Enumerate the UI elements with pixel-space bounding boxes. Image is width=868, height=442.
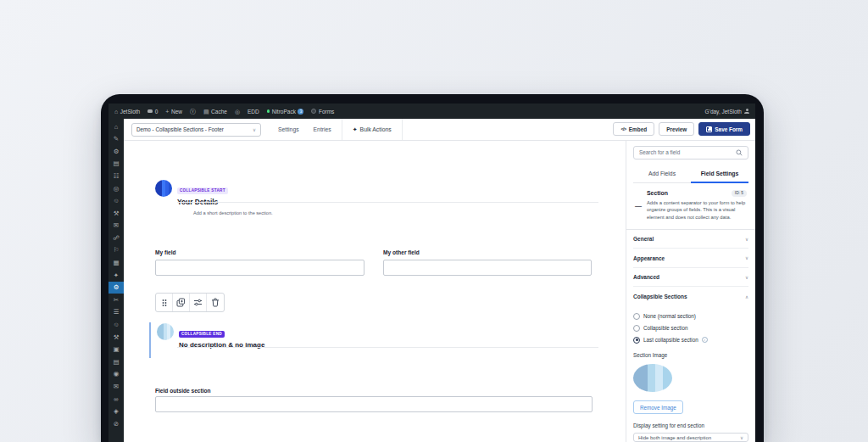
toolbar-divider xyxy=(402,119,403,140)
preview-label: Preview xyxy=(666,126,687,132)
sidebar-item[interactable]: ⊘ xyxy=(108,417,124,430)
bulk-actions-icon: ✦ xyxy=(353,126,358,133)
duplicate-icon[interactable] xyxy=(173,294,190,311)
admin-bar-item[interactable]: Forms xyxy=(311,109,334,115)
admin-bar-item[interactable]: Ⓨ xyxy=(190,109,196,115)
sidebar-item[interactable]: ✉ xyxy=(108,380,124,393)
field-my-field[interactable]: My field xyxy=(155,249,364,276)
admin-bar-item-label: Cache xyxy=(211,109,227,115)
field-label: Field outside section xyxy=(155,388,211,394)
sidebar-item[interactable]: ▦ xyxy=(108,257,124,270)
accordion-collapsible-sections[interactable]: Collapsible Sections ∧ xyxy=(633,287,748,306)
sidebar-item[interactable]: ◉ xyxy=(108,368,124,381)
save-form-button[interactable]: Save Form xyxy=(698,122,750,136)
sidebar-item[interactable]: ⌂ xyxy=(108,120,124,133)
search-input[interactable] xyxy=(639,149,732,155)
chevron-down-icon: ∨ xyxy=(253,127,256,132)
text-input[interactable] xyxy=(155,260,364,276)
chevron-down-icon: ∨ xyxy=(745,237,748,242)
admin-bar-item-label: EDD xyxy=(248,109,259,115)
bulk-actions-button[interactable]: ✦ Bulk Actions xyxy=(353,126,392,133)
greeting-text: G'day, JetSloth xyxy=(705,109,742,115)
section-image-label: Section Image xyxy=(633,352,748,358)
toolbar-divider xyxy=(342,119,342,140)
embed-button[interactable]: </> Embed xyxy=(613,122,654,136)
sidebar-item[interactable]: ☺ xyxy=(108,195,124,208)
radio-icon xyxy=(633,325,640,332)
text-input[interactable] xyxy=(383,260,592,276)
selected-field-accent xyxy=(149,322,151,358)
sidebar-item[interactable]: ⚙ xyxy=(108,145,124,158)
radio-collapsible-section[interactable]: Collapsible section xyxy=(633,325,748,332)
text-input[interactable] xyxy=(155,396,593,412)
sidebar-item[interactable]: ✦ xyxy=(108,269,124,282)
field-settings-panel: Add Fields Field Settings — Section ID: … xyxy=(626,141,755,442)
admin-bar-account[interactable]: G'day, JetSloth xyxy=(705,109,749,115)
display-setting-select[interactable]: Hide both image and description ∨ xyxy=(633,433,748,442)
accordion-general[interactable]: General ∨ xyxy=(633,230,748,249)
collapsible-end-badge: COLLAPSIBLE END xyxy=(179,331,225,338)
radio-selected-icon xyxy=(633,337,640,344)
tab-add-fields[interactable]: Add Fields xyxy=(633,166,691,182)
field-label: My other field xyxy=(383,249,592,255)
plus-icon: + xyxy=(165,109,169,115)
save-label: Save Form xyxy=(715,126,743,132)
chevron-down-icon: ∨ xyxy=(740,435,743,440)
sidebar-item[interactable]: ◈ xyxy=(108,406,124,418)
sidebar-item[interactable]: ☰ xyxy=(108,306,124,319)
sidebar-item[interactable]: ∞ xyxy=(108,393,124,406)
radio-none-normal-section[interactable]: None (normal section) xyxy=(633,313,748,320)
settings-sliders-icon[interactable] xyxy=(190,294,207,311)
accordion-appearance[interactable]: Appearance ∨ xyxy=(633,249,748,268)
section-end-field[interactable]: COLLAPSIBLE END No description & no imag… xyxy=(157,323,264,349)
sidebar-item[interactable]: ✉ xyxy=(108,220,124,232)
field-label: My field xyxy=(155,249,364,255)
sidebar-item[interactable]: ⚒ xyxy=(108,331,124,344)
admin-bar-item[interactable]: EDD xyxy=(248,109,259,115)
admin-bar-item[interactable]: ◎ xyxy=(235,109,240,115)
sidebar-item[interactable]: ⚒ xyxy=(108,207,124,220)
tab-field-settings[interactable]: Field Settings xyxy=(691,166,748,183)
admin-bar-item[interactable]: ▤Cache xyxy=(203,109,227,115)
sidebar-item[interactable]: ☷ xyxy=(108,170,124,182)
admin-bar-item-label: JetSloth xyxy=(120,109,141,115)
sidebar-item[interactable]: ✎ xyxy=(108,133,124,146)
trash-icon[interactable] xyxy=(207,294,224,311)
tab-entries[interactable]: Entries xyxy=(314,126,331,132)
form-switcher-dropdown[interactable]: Demo - Collapsible Sections - Footer ∨ xyxy=(131,123,261,137)
code-brackets-icon: </> xyxy=(620,126,626,131)
wp-home-icon: ⌂ xyxy=(114,109,118,115)
admin-bar-item-label: New xyxy=(171,109,182,115)
radio-last-collapsible-section[interactable]: Last collapsible section i xyxy=(633,337,748,344)
admin-bar-item[interactable]: 0 xyxy=(147,109,158,115)
section-divider xyxy=(177,202,598,203)
preview-button[interactable]: Preview xyxy=(659,122,694,136)
cache-icon: ▤ xyxy=(203,109,209,115)
drag-handle-icon[interactable] xyxy=(156,294,173,311)
sidebar-item[interactable]: ▤ xyxy=(108,158,124,171)
field-my-other-field[interactable]: My other field xyxy=(383,249,592,276)
sidebar-item[interactable]: ◎ xyxy=(108,182,124,195)
info-icon[interactable]: i xyxy=(702,337,708,343)
comments-icon xyxy=(147,109,153,114)
admin-bar-item-label: Forms xyxy=(319,109,334,115)
admin-bar-item[interactable]: ⌂JetSloth xyxy=(114,109,140,115)
sidebar-item[interactable]: ▣ xyxy=(108,344,124,356)
collapsible-start-badge: COLLAPSIBLE START xyxy=(177,187,228,194)
sidebar-item[interactable]: ✂ xyxy=(108,294,124,306)
remove-image-button[interactable]: Remove Image xyxy=(633,400,683,414)
sidebar-item-active[interactable]: ⚙ xyxy=(108,282,124,294)
admin-bar-item[interactable]: NitroPack3 xyxy=(267,109,304,115)
search-icon xyxy=(736,149,743,156)
field-search[interactable] xyxy=(633,146,748,159)
admin-bar-item[interactable]: +New xyxy=(165,109,182,115)
sidebar-item[interactable]: ☺ xyxy=(108,319,124,332)
admin-bar-item-label: 0 xyxy=(155,109,159,115)
section-type-radios: None (normal section) Collapsible sectio… xyxy=(633,313,748,344)
sidebar-item[interactable]: ▤ xyxy=(108,355,124,368)
sidebar-item[interactable]: ☍ xyxy=(108,232,124,244)
accordion-advanced[interactable]: Advanced ∨ xyxy=(633,268,748,288)
sidebar-item[interactable]: ⚐ xyxy=(108,244,124,257)
tab-settings[interactable]: Settings xyxy=(278,126,299,132)
bulk-actions-label: Bulk Actions xyxy=(360,126,392,132)
